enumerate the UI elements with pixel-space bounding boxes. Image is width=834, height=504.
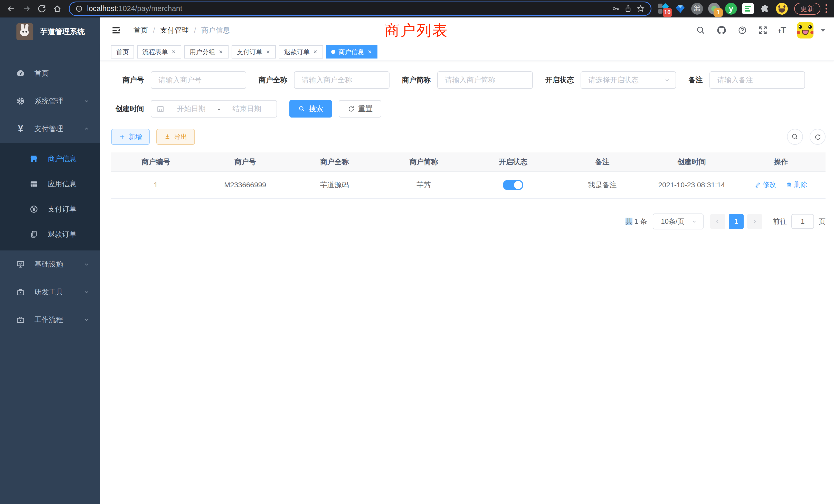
sidebar-item-app-info[interactable]: 应用信息 — [0, 171, 100, 197]
chevron-down-icon — [83, 316, 90, 323]
sidebar-logo-row[interactable]: 芋道管理系统 — [0, 18, 100, 46]
close-icon[interactable] — [313, 49, 318, 54]
full-name-input[interactable] — [294, 71, 390, 89]
edit-pencil-icon — [754, 181, 761, 188]
sidebar-item-workflow[interactable]: 工作流程 — [0, 306, 100, 334]
filter-row-1: 商户号 商户全称 商户简称 开启状态 请选择开启状态 — [111, 71, 826, 89]
app-title: 芋道管理系统 — [40, 27, 85, 37]
sidebar-item-merchant-info[interactable]: 商户信息 — [0, 146, 100, 171]
browser-profile-avatar[interactable] — [775, 2, 789, 16]
close-icon[interactable] — [265, 49, 271, 54]
sidebar-item-payment[interactable]: ¥ 支付管理 — [0, 115, 100, 143]
help-icon[interactable] — [738, 25, 747, 35]
col-status: 开启状态 — [468, 157, 558, 167]
address-bar[interactable]: localhost:1024/pay/merchant — [69, 2, 652, 16]
browser-update-button[interactable]: 更新 — [794, 3, 820, 15]
sidebar-item-infrastructure[interactable]: 基础设施 — [0, 250, 100, 278]
tab-home[interactable]: 首页 — [111, 45, 134, 59]
font-size-icon[interactable]: tT — [778, 25, 786, 36]
table-row: 1 M233666999 芋道源码 芋艿 我是备注 2021-10-23 08:… — [111, 172, 826, 199]
gear-icon — [16, 96, 26, 106]
col-create-time: 创建时间 — [647, 157, 737, 167]
pagination: 共 1 条 10条/页 1 前往 页 — [111, 213, 826, 229]
browser-reload-button[interactable] — [35, 2, 49, 16]
extension-gem-icon[interactable] — [674, 2, 687, 16]
browser-home-button[interactable] — [50, 2, 64, 16]
create-time-range-picker[interactable]: 开始日期 - 结束日期 — [151, 100, 277, 117]
sidebar: 芋道管理系统 首页 系统管理 ¥ 支付管理 — [0, 18, 100, 504]
sidebar-item-pay-order[interactable]: 支付订单 — [0, 197, 100, 222]
page-number-button[interactable]: 1 — [729, 214, 744, 229]
extension-command-icon[interactable]: ⌘ — [690, 2, 704, 16]
refresh-table-button[interactable] — [810, 129, 826, 145]
search-icon — [791, 133, 799, 141]
sidebar-item-label: 研发工具 — [35, 287, 74, 297]
close-icon[interactable] — [367, 49, 372, 54]
extension-status-icon[interactable]: 1 — [707, 2, 721, 16]
delete-link[interactable]: 删除 — [786, 180, 807, 189]
sidebar-item-dev-tools[interactable]: 研发工具 — [0, 278, 100, 306]
user-avatar[interactable] — [797, 22, 813, 39]
github-icon[interactable] — [717, 25, 727, 36]
extension-blocks-icon[interactable]: 10 — [657, 2, 670, 16]
prev-page-button[interactable] — [710, 214, 725, 229]
fullscreen-icon[interactable] — [758, 25, 768, 35]
tab-process-form[interactable]: 流程表单 — [137, 45, 181, 59]
top-navbar: 首页 / 支付管理 / 商户信息 商户列表 tT — [100, 18, 834, 43]
browser-menu-icon[interactable] — [823, 4, 830, 13]
export-button[interactable]: 导出 — [156, 129, 195, 145]
tab-refund-order[interactable]: 退款订单 — [279, 45, 323, 59]
breadcrumb-payment[interactable]: 支付管理 — [160, 25, 189, 35]
cell-remark: 我是备注 — [558, 180, 647, 190]
page-info-icon[interactable] — [75, 5, 83, 13]
reset-button[interactable]: 重置 — [339, 100, 381, 117]
share-icon[interactable] — [624, 5, 632, 13]
bookmark-star-icon[interactable] — [636, 4, 645, 13]
avatar-dropdown-caret[interactable] — [821, 29, 825, 32]
url-path: :1024/pay/merchant — [116, 4, 182, 13]
tab-pay-order[interactable]: 支付订单 — [232, 45, 276, 59]
extension-notes-icon[interactable] — [741, 2, 755, 16]
breadcrumb-home[interactable]: 首页 — [133, 25, 148, 35]
edit-link[interactable]: 修改 — [754, 180, 776, 189]
remark-input[interactable] — [709, 71, 805, 89]
goto-label: 前往 — [773, 217, 787, 226]
close-icon[interactable] — [171, 49, 176, 54]
chevron-up-icon — [83, 125, 90, 132]
cell-merchant-id: 1 — [111, 181, 200, 189]
pagination-total: 共 1 条 — [626, 217, 647, 226]
status-select[interactable]: 请选择开启状态 — [580, 71, 676, 89]
sidebar-item-label: 应用信息 — [48, 179, 90, 189]
extension-y-icon[interactable]: y — [724, 2, 738, 16]
date-start-placeholder: 开始日期 — [167, 104, 216, 114]
goto-page-input[interactable] — [791, 214, 814, 229]
show-search-toggle-button[interactable] — [787, 129, 803, 145]
merchant-no-input[interactable] — [151, 71, 246, 89]
sidebar-item-home[interactable]: 首页 — [0, 60, 100, 87]
tags-view-bar: 首页 流程表单 用户分组 支付订单 退款订单 商户信息 — [100, 43, 834, 61]
sidebar-item-refund-order[interactable]: 退款订单 — [0, 222, 100, 247]
browser-forward-button[interactable] — [20, 2, 34, 16]
search-button[interactable]: 搜索 — [289, 100, 332, 117]
status-toggle[interactable] — [503, 180, 523, 190]
tab-user-group[interactable]: 用户分组 — [184, 45, 228, 59]
short-name-input[interactable] — [437, 71, 533, 89]
close-icon[interactable] — [218, 49, 223, 54]
next-page-button[interactable] — [747, 214, 762, 229]
header-search-icon[interactable] — [696, 25, 706, 35]
sidebar-item-system[interactable]: 系统管理 — [0, 87, 100, 115]
briefcase-icon — [16, 315, 26, 324]
tab-merchant-info[interactable]: 商户信息 — [326, 45, 377, 59]
calendar-icon — [156, 105, 164, 113]
page-size-select[interactable]: 10条/页 — [653, 213, 704, 229]
sidebar-collapse-icon[interactable] — [111, 25, 121, 36]
table-header-row: 商户编号 商户号 商户全称 商户简称 开启状态 备注 创建时间 操作 — [111, 153, 826, 172]
extensions-puzzle-icon[interactable] — [758, 2, 772, 16]
yen-icon: ¥ — [16, 123, 26, 134]
page-unit-label: 页 — [818, 217, 826, 226]
sidebar-submenu-payment: 商户信息 应用信息 支付订单 — [0, 143, 100, 250]
merchant-no-label: 商户号 — [111, 75, 151, 85]
browser-back-button[interactable] — [4, 2, 18, 16]
add-button[interactable]: 新增 — [111, 129, 150, 145]
password-key-icon[interactable] — [612, 5, 620, 13]
